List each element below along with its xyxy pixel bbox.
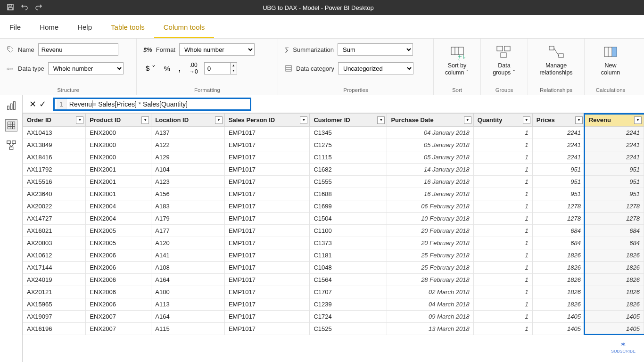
cell[interactable]: 2241 [532, 139, 585, 151]
table-row[interactable]: AX15965ENX2006A113EMP1017C123904 March 2… [23, 298, 644, 311]
cell[interactable]: 1 [473, 323, 532, 335]
redo-icon[interactable] [35, 3, 42, 12]
cell[interactable]: 1278 [532, 200, 585, 213]
cell[interactable]: C1181 [310, 249, 387, 262]
cell[interactable]: EMP1017 [224, 298, 310, 311]
cell[interactable]: AX18416 [23, 151, 86, 164]
cell[interactable]: ENX2006 [86, 274, 151, 286]
cell[interactable]: C1100 [310, 225, 387, 237]
filter-dropdown-icon[interactable]: ▼ [300, 116, 307, 124]
cell[interactable]: 1826 [532, 262, 585, 274]
filter-dropdown-icon[interactable]: ▼ [523, 116, 530, 124]
cell[interactable]: A100 [151, 286, 225, 298]
cell[interactable]: AX14727 [23, 213, 86, 225]
cell[interactable]: 1 [473, 225, 532, 237]
cell[interactable]: 1 [473, 176, 532, 188]
cell[interactable]: AX19097 [23, 311, 86, 323]
cell[interactable]: 2241 [585, 127, 644, 139]
cell[interactable]: 1 [473, 249, 532, 262]
cell[interactable]: AX15516 [23, 176, 86, 188]
cancel-formula-icon[interactable]: ✕ [29, 99, 36, 109]
column-header-revenu[interactable]: Revenu▼ [585, 114, 644, 127]
cell[interactable]: 951 [585, 188, 644, 200]
cell[interactable]: ENX2006 [86, 286, 151, 298]
cell[interactable]: AX13849 [23, 139, 86, 151]
table-row[interactable]: AX16196ENX2007A115EMP1017C152513 March 2… [23, 323, 644, 335]
cell[interactable]: 1 [473, 151, 532, 164]
cell[interactable]: AX20022 [23, 200, 86, 213]
table-row[interactable]: AX16021ENX2005A177EMP1017C110020 Februar… [23, 225, 644, 237]
cell[interactable]: 05 January 2018 [387, 139, 473, 151]
cell[interactable]: 1826 [585, 262, 644, 274]
filter-dropdown-icon[interactable]: ▼ [377, 116, 385, 124]
cell[interactable]: ENX2001 [86, 176, 151, 188]
cell[interactable]: 1278 [585, 213, 644, 225]
cell[interactable]: EMP1017 [224, 188, 310, 200]
format-select[interactable]: Whole number [179, 43, 255, 56]
table-row[interactable]: AX24019ENX2006A164EMP1017C156428 Februar… [23, 274, 644, 286]
cell[interactable]: 1405 [532, 311, 585, 323]
cell[interactable]: 951 [532, 164, 585, 176]
cell[interactable]: A164 [151, 311, 225, 323]
table-row[interactable]: AX18416ENX2000A129EMP1017C111505 January… [23, 151, 644, 164]
cell[interactable]: ENX2006 [86, 298, 151, 311]
cell[interactable]: ENX2006 [86, 249, 151, 262]
cell[interactable]: 25 February 2018 [387, 249, 473, 262]
manage-relationships-button[interactable]: Managerelationships [535, 42, 577, 78]
cell[interactable]: A183 [151, 200, 225, 213]
cell[interactable]: A120 [151, 237, 225, 249]
cell[interactable]: 1826 [532, 274, 585, 286]
cell[interactable]: AX11792 [23, 164, 86, 176]
cell[interactable]: 02 March 2018 [387, 286, 473, 298]
cell[interactable]: EMP1017 [224, 151, 310, 164]
cell[interactable]: EMP1017 [224, 225, 310, 237]
data-grid[interactable]: Order ID▼Product ID▼Location ID▼Sales Pe… [23, 113, 644, 362]
cell[interactable]: AX20803 [23, 237, 86, 249]
cell[interactable]: C1048 [310, 262, 387, 274]
summarization-select[interactable]: Sum [338, 43, 413, 56]
menu-help[interactable]: Help [68, 17, 101, 38]
cell[interactable]: 1 [473, 286, 532, 298]
cell[interactable]: EMP1017 [224, 200, 310, 213]
cell[interactable]: 684 [532, 237, 585, 249]
subscribe-badge[interactable]: ✶ SUBSCRIBE [611, 340, 636, 354]
cell[interactable]: 1 [473, 164, 532, 176]
cell[interactable]: AX24019 [23, 274, 86, 286]
decimals-input[interactable] [205, 63, 230, 74]
cell[interactable]: AX17144 [23, 262, 86, 274]
cell[interactable]: ENX2001 [86, 188, 151, 200]
cell[interactable]: A164 [151, 274, 225, 286]
column-header-purchase-date[interactable]: Purchase Date▼ [387, 114, 473, 127]
cell[interactable]: C1555 [310, 176, 387, 188]
cell[interactable]: 16 January 2018 [387, 176, 473, 188]
cell[interactable]: 1 [473, 237, 532, 249]
filter-dropdown-icon[interactable]: ▼ [575, 116, 583, 124]
cell[interactable]: A179 [151, 213, 225, 225]
table-row[interactable]: AX20803ENX2005A120EMP1017C137320 Februar… [23, 237, 644, 249]
column-header-product-id[interactable]: Product ID▼ [86, 114, 151, 127]
cell[interactable]: C1688 [310, 188, 387, 200]
cell[interactable]: 2241 [532, 127, 585, 139]
menu-home[interactable]: Home [30, 17, 68, 38]
cell[interactable]: EMP1017 [224, 249, 310, 262]
cell[interactable]: C1373 [310, 237, 387, 249]
cell[interactable]: C1504 [310, 213, 387, 225]
cell[interactable]: 1405 [585, 323, 644, 335]
column-header-order-id[interactable]: Order ID▼ [23, 114, 86, 127]
cell[interactable]: 13 March 2018 [387, 323, 473, 335]
new-column-button[interactable]: Newcolumn [596, 42, 625, 78]
cell[interactable]: 1826 [585, 249, 644, 262]
cell[interactable]: A137 [151, 127, 225, 139]
cell[interactable]: 04 January 2018 [387, 127, 473, 139]
cell[interactable]: 16 January 2018 [387, 188, 473, 200]
cell[interactable]: AX15965 [23, 298, 86, 311]
cell[interactable]: AX16021 [23, 225, 86, 237]
cell[interactable]: EMP1017 [224, 274, 310, 286]
cell[interactable]: 951 [585, 176, 644, 188]
cell[interactable]: 1 [473, 311, 532, 323]
cell[interactable]: C1724 [310, 311, 387, 323]
cell[interactable]: 1 [473, 200, 532, 213]
cell[interactable]: 14 January 2018 [387, 164, 473, 176]
cell[interactable]: EMP1017 [224, 164, 310, 176]
cell[interactable]: C1564 [310, 274, 387, 286]
